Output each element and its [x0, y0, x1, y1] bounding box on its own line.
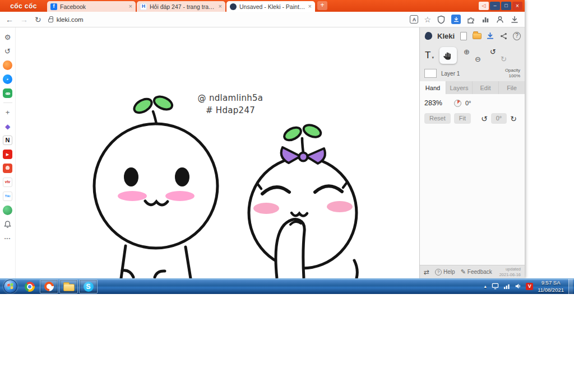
stats-chart-icon[interactable] [481, 15, 490, 24]
reload-button[interactable]: ↻ [35, 16, 41, 24]
save-download-button[interactable] [486, 31, 495, 41]
angle-reset-button[interactable]: 0° [491, 113, 507, 124]
tab-close-icon[interactable]: × [129, 3, 132, 10]
swap-icon[interactable]: ⇄ [424, 268, 429, 276]
share-button[interactable] [499, 31, 508, 41]
undo-button[interactable]: ↺ [490, 48, 496, 55]
rotate-left-icon[interactable]: ↺ [481, 115, 488, 123]
tab-title: Hỏi đáp 247 - trang tra loi [150, 3, 216, 10]
explorer-folder-icon [63, 284, 75, 291]
new-tab-button[interactable]: + [317, 1, 327, 10]
discover-icon[interactable]: ◆ [3, 122, 12, 131]
profile-icon[interactable] [496, 15, 504, 24]
new-image-button[interactable] [459, 31, 468, 41]
updated-label: updated [499, 267, 521, 272]
hand-tool-button[interactable] [439, 47, 457, 64]
chevron-down-icon: ▾ [432, 55, 434, 60]
close-button[interactable]: × [512, 2, 522, 10]
back-button[interactable]: ← [6, 16, 13, 24]
tab-hoidap247[interactable]: H Hỏi đáp 247 - trang tra loi × [137, 1, 225, 12]
unikey-icon[interactable]: V [526, 283, 533, 290]
display-icon[interactable] [492, 282, 499, 292]
maximize-button[interactable]: □ [501, 2, 511, 10]
question-icon: ? [435, 269, 442, 276]
rotate-right-icon[interactable]: ↻ [510, 115, 517, 123]
taskbar-explorer-button[interactable] [59, 279, 78, 293]
vtv-icon[interactable]: vtv [3, 178, 12, 187]
tab-file[interactable]: File [499, 81, 525, 94]
hot-promo-icon[interactable] [3, 60, 12, 70]
updated-info: updated 2021-06-16 [499, 267, 521, 278]
bookmark-star-icon[interactable]: ☆ [424, 16, 431, 24]
show-desktop-button[interactable] [568, 279, 573, 295]
layer-name: Layer 1 [441, 71, 460, 77]
browser-sidebar: ⚙ ↺ + ◆ N ▶ vtv Tiki ••• [0, 27, 16, 278]
collapse-tabs-button[interactable]: ◁ [479, 2, 489, 10]
messenger-icon[interactable] [3, 74, 12, 84]
help-button[interactable]: ? Help [435, 269, 455, 276]
taskbar-skype-button[interactable]: S [79, 279, 98, 293]
layer-opacity: Opacity 100% [505, 68, 520, 80]
forward-button[interactable]: → [20, 16, 28, 24]
tiki-icon[interactable]: Tiki [3, 192, 12, 201]
layer-row[interactable]: Layer 1 Opacity 100% [420, 67, 525, 80]
history-icon[interactable]: ↺ [3, 46, 12, 56]
navbar-actions: A ☆ [410, 15, 519, 24]
notion-icon[interactable]: N [3, 136, 12, 145]
youtube-icon[interactable]: ▶ [3, 150, 12, 159]
tab-facebook[interactable]: f Facebook × [47, 1, 136, 12]
help-circle-button[interactable]: ? [513, 32, 521, 40]
minimize-button[interactable]: – [490, 2, 500, 10]
zoom-in-button[interactable]: ⊕ [464, 48, 470, 55]
kleki-toolbar: T ▾ ⊕ ⊖ ↺ ↻ [420, 44, 525, 67]
download-manager-icon[interactable] [451, 15, 461, 24]
paint-canvas[interactable]: @ ndlamlinh5a # Hdap247 [16, 27, 419, 278]
tab-close-icon[interactable]: × [308, 3, 312, 10]
taskbar: S ▲ V 9:57 SA 11/08/2021 [0, 278, 574, 294]
download-arrow-icon[interactable] [510, 15, 519, 24]
taskbar-clock[interactable]: 9:57 SA 11/08/2021 [538, 279, 564, 293]
taskbar-coccoc-button[interactable] [40, 279, 58, 293]
reset-button[interactable]: Reset [424, 113, 451, 124]
history-group: ↺ ↻ [488, 46, 508, 64]
tab-close-icon[interactable]: × [219, 3, 222, 10]
more-icon[interactable]: ••• [3, 234, 12, 243]
tray-expand-icon[interactable]: ▲ [483, 284, 487, 288]
hoidap247-favicon: H [140, 3, 147, 10]
extensions-puzzle-icon[interactable] [466, 15, 475, 24]
games-icon[interactable] [3, 88, 12, 98]
opacity-value: 100% [505, 73, 520, 79]
zoom-value: 283% [424, 99, 442, 107]
network-icon[interactable] [503, 282, 510, 292]
zalo-icon[interactable] [3, 206, 12, 215]
address-bar[interactable]: kleki.com [48, 16, 404, 23]
tab-bar: cốc cốc f Facebook × H Hỏi đáp 247 - tra… [0, 0, 525, 12]
tab-layers[interactable]: Layers [446, 81, 473, 94]
chrome-icon [25, 282, 35, 292]
add-shortcut-icon[interactable]: + [3, 108, 12, 117]
translate-icon[interactable]: A [410, 15, 418, 24]
volume-icon[interactable] [515, 282, 521, 292]
fit-button[interactable]: Fit [454, 113, 471, 124]
coccoc-logo[interactable]: cốc cốc [0, 2, 47, 10]
layer-thumbnail[interactable] [424, 69, 437, 78]
tab-kleki-active[interactable]: Unsaved - Kleki - Paint Tool × [226, 1, 315, 12]
open-file-button[interactable] [473, 31, 482, 41]
kleki-logo-icon [424, 31, 433, 40]
redo-button[interactable]: ↻ [501, 55, 507, 63]
tab-hand[interactable]: Hand [420, 81, 446, 94]
zoom-out-button[interactable]: ⊖ [475, 55, 481, 63]
shield-icon[interactable] [437, 15, 446, 24]
settings-gear-icon[interactable]: ⚙ [3, 32, 12, 42]
start-button[interactable] [3, 279, 17, 293]
feedback-button[interactable]: ✎ Feedback [461, 268, 492, 276]
angle-value: 0° [465, 100, 471, 106]
system-tray: ▲ V 9:57 SA 11/08/2021 [483, 279, 568, 293]
window-controls: ◁ – □ × [479, 2, 525, 10]
tab-edit[interactable]: Edit [473, 81, 499, 94]
notifications-bell-icon[interactable] [3, 220, 12, 229]
taskbar-chrome-button[interactable] [20, 279, 39, 293]
text-tool-button[interactable]: T ▾ [425, 50, 434, 61]
angle-indicator-icon [454, 100, 461, 107]
shop-icon[interactable] [3, 164, 12, 173]
